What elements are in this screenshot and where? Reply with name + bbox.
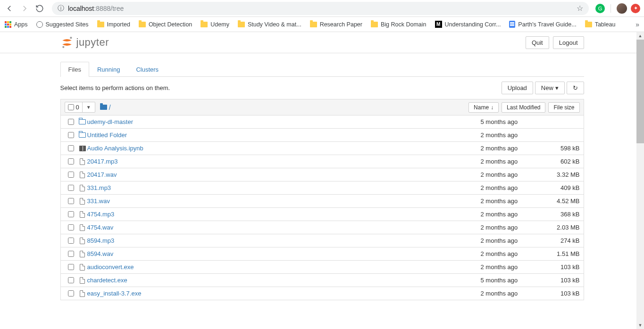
bookmarks-overflow[interactable]: » xyxy=(636,21,639,28)
bookmark-understanding-corr[interactable]: MUnderstanding Corr... xyxy=(435,21,501,28)
row-checkbox[interactable] xyxy=(68,238,74,244)
file-name-link[interactable]: Audio Analysis.ipynb xyxy=(87,145,143,152)
folder-icon xyxy=(139,22,146,27)
quit-button[interactable]: Quit xyxy=(526,36,549,49)
svg-point-0 xyxy=(70,37,72,39)
tab-clusters[interactable]: Clusters xyxy=(128,62,167,77)
file-icon xyxy=(78,211,87,218)
medium-icon: M xyxy=(435,21,442,28)
row-checkbox[interactable] xyxy=(68,290,74,296)
file-name-link[interactable]: udemy-dl-master xyxy=(87,118,134,125)
row-checkbox[interactable] xyxy=(68,185,74,191)
back-button[interactable] xyxy=(4,3,15,14)
file-name-link[interactable]: 4754.mp3 xyxy=(87,211,115,218)
tab-bar: Files Running Clusters xyxy=(60,62,584,77)
file-row: easy_install-3.7.exe2 months ago103 kB xyxy=(60,287,584,300)
tab-files[interactable]: Files xyxy=(60,62,89,77)
bookmark-udemy[interactable]: Udemy xyxy=(201,21,229,28)
row-checkbox[interactable] xyxy=(68,264,74,270)
file-modified: 2 months ago xyxy=(481,171,547,178)
file-size: 103 kB xyxy=(547,263,580,271)
row-checkbox[interactable] xyxy=(68,251,74,257)
row-checkbox[interactable] xyxy=(68,172,74,178)
file-name-link[interactable]: audioconvert.exe xyxy=(87,263,134,271)
apps-shortcut[interactable]: Apps xyxy=(5,21,28,28)
file-name-link[interactable]: 331.mp3 xyxy=(87,184,111,191)
row-checkbox[interactable] xyxy=(68,119,74,125)
bookmark-suggested-sites[interactable]: Suggested Sites xyxy=(36,21,89,28)
site-info-icon[interactable]: ⓘ xyxy=(58,4,64,13)
row-checkbox[interactable] xyxy=(68,211,74,217)
row-checkbox[interactable] xyxy=(68,145,74,151)
jupyter-content: Files Running Clusters Select items to p… xyxy=(53,62,591,300)
scrollbar[interactable]: ▲ ▼ xyxy=(636,32,644,300)
folder-icon xyxy=(238,22,245,27)
file-row: chardetect.exe5 months ago103 kB xyxy=(60,274,584,287)
folder-icon xyxy=(585,22,592,27)
scrollbar-thumb[interactable] xyxy=(636,40,644,143)
refresh-button[interactable]: ↻ xyxy=(567,82,584,94)
scroll-up-icon[interactable]: ▲ xyxy=(636,32,644,40)
bookmark-tableau[interactable]: Tableau xyxy=(585,21,616,28)
upload-button[interactable]: Upload xyxy=(502,82,533,94)
jupyter-logo-text: jupyter xyxy=(76,36,109,49)
bookmark-imported[interactable]: Imported xyxy=(97,21,130,28)
logout-button[interactable]: Logout xyxy=(553,36,584,49)
profile-avatar[interactable] xyxy=(617,3,627,14)
address-bar[interactable]: ⓘ localhost:8888/tree ☆ xyxy=(52,2,589,15)
file-modified: 2 months ago xyxy=(481,237,547,244)
file-name-link[interactable]: 4754.wav xyxy=(87,224,114,231)
row-checkbox[interactable] xyxy=(68,277,74,283)
file-name-link[interactable]: 8594.wav xyxy=(87,250,114,257)
sort-last-modified[interactable]: Last Modified xyxy=(502,102,545,113)
file-list-header: 0 ▼ / Name↓ Last Modified File size xyxy=(60,99,584,115)
select-all-checkbox[interactable] xyxy=(68,104,74,110)
breadcrumb[interactable]: / xyxy=(100,104,111,111)
file-name-link[interactable]: 20417.mp3 xyxy=(87,158,118,165)
toolbar-row: Select items to perform actions on them.… xyxy=(60,82,584,94)
bookmark-object-detection[interactable]: Object Detection xyxy=(139,21,192,28)
file-name-link[interactable]: 8594.mp3 xyxy=(87,237,115,244)
svg-point-1 xyxy=(62,46,64,48)
extension-grammarly-icon[interactable]: G xyxy=(595,4,605,13)
selection-hint: Select items to perform actions on them. xyxy=(60,84,170,91)
file-name-link[interactable]: Untitled Folder xyxy=(87,132,127,139)
row-checkbox[interactable] xyxy=(68,198,74,204)
row-checkbox[interactable] xyxy=(68,224,74,230)
file-name-link[interactable]: chardetect.exe xyxy=(87,277,127,284)
file-name-link[interactable]: 331.wav xyxy=(87,197,110,205)
forward-button[interactable] xyxy=(19,3,30,14)
jupyter-logo[interactable]: jupyter xyxy=(60,36,109,49)
url-text: localhost:8888/tree xyxy=(68,5,124,12)
gdoc-icon xyxy=(509,21,515,28)
file-modified: 5 months ago xyxy=(481,277,547,284)
tab-running[interactable]: Running xyxy=(89,62,128,77)
bookmark-study-video[interactable]: Study Video & mat... xyxy=(238,21,301,28)
file-name-link[interactable]: easy_install-3.7.exe xyxy=(87,290,142,297)
file-row: udemy-dl-master5 months ago xyxy=(60,115,584,129)
row-checkbox[interactable] xyxy=(68,132,74,138)
select-dropdown[interactable]: ▼ xyxy=(83,102,95,112)
extension-adblock-icon[interactable]: ✦ xyxy=(631,4,640,13)
file-row: 331.wav2 months ago4.52 MB xyxy=(60,195,584,208)
new-button[interactable]: New ▾ xyxy=(535,82,565,94)
separator xyxy=(611,4,611,13)
file-modified: 2 months ago xyxy=(481,250,547,257)
file-icon xyxy=(78,198,87,205)
file-size: 103 kB xyxy=(547,290,580,297)
file-icon xyxy=(78,264,87,271)
reload-button[interactable] xyxy=(34,3,45,14)
bookmark-research-paper[interactable]: Research Paper xyxy=(310,21,362,28)
file-modified: 5 months ago xyxy=(481,118,547,125)
sort-file-size[interactable]: File size xyxy=(548,102,579,113)
file-icon xyxy=(78,224,87,231)
bookmark-star-icon[interactable]: ☆ xyxy=(577,4,583,13)
sort-name[interactable]: Name↓ xyxy=(468,102,499,113)
bookmark-parths-travel-guide[interactable]: Parth's Travel Guide... xyxy=(509,21,576,28)
apps-grid-icon xyxy=(5,21,11,28)
row-checkbox[interactable] xyxy=(68,158,74,164)
select-all-checkbox-wrap[interactable]: 0 xyxy=(65,102,83,112)
file-name-link[interactable]: 20417.wav xyxy=(87,171,117,178)
bookmark-big-rock-domain[interactable]: Big Rock Domain xyxy=(371,21,427,28)
arrow-down-icon: ↓ xyxy=(491,104,493,111)
